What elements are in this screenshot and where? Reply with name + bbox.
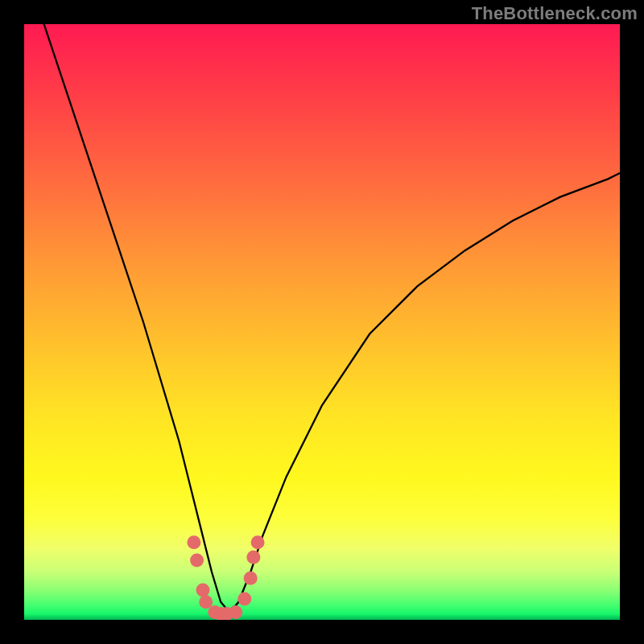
valley-marker <box>237 592 251 606</box>
valley-marker <box>246 551 260 564</box>
bottleneck-curve-svg <box>24 24 620 620</box>
valley-marker <box>251 535 265 549</box>
valley-marker <box>190 554 204 568</box>
valley-marker <box>187 535 200 549</box>
valley-marker <box>244 572 258 585</box>
bottleneck-curve-path <box>24 24 620 613</box>
valley-marker <box>196 584 210 597</box>
valley-markers <box>187 535 264 620</box>
watermark-text: TheBottleneck.com <box>472 3 638 24</box>
chart-frame: TheBottleneck.com <box>0 0 644 644</box>
plot-area <box>24 24 620 620</box>
valley-marker <box>229 605 242 619</box>
